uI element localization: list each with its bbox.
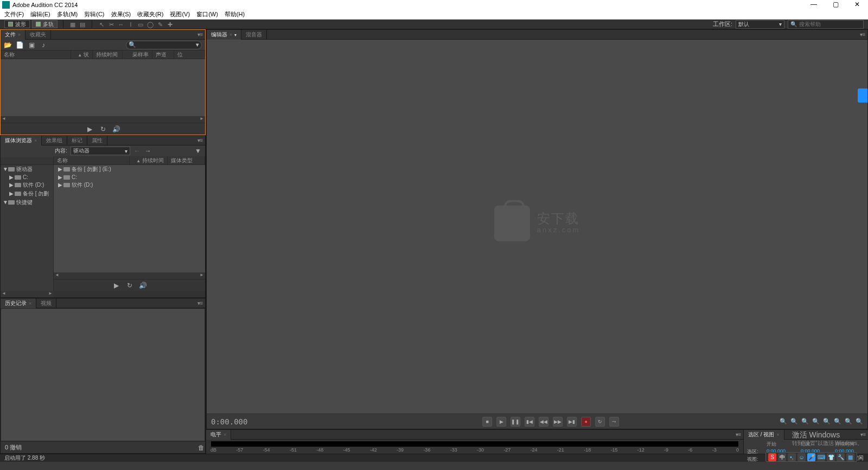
sogou-icon[interactable]: S: [768, 453, 776, 461]
chevron-down-icon[interactable]: ▾: [196, 41, 199, 48]
tab-markers[interactable]: 标记: [67, 136, 87, 145]
tab-editor[interactable]: 编辑器×▾: [207, 30, 241, 40]
col-media-type[interactable]: 媒体类型: [168, 156, 205, 164]
workspace-dropdown[interactable]: 默认▾: [736, 20, 784, 29]
ime-keyboard-icon[interactable]: ⌨: [817, 453, 825, 461]
ime-skin-icon[interactable]: 👕: [827, 453, 835, 461]
waveform-view-button[interactable]: 波形: [4, 20, 30, 28]
filter-icon[interactable]: ▼: [194, 147, 202, 155]
ime-toolbox-icon[interactable]: 🔧: [837, 453, 845, 461]
col-name[interactable]: 名称: [54, 156, 130, 164]
marquee-icon[interactable]: ▭: [137, 21, 144, 28]
menu-file[interactable]: 文件(F): [4, 10, 24, 18]
menu-clip[interactable]: 剪辑(C): [84, 10, 104, 18]
content-dropdown[interactable]: 驱动器▾: [71, 147, 130, 155]
multitrack-view-button[interactable]: 多轨: [32, 20, 58, 28]
prev-button[interactable]: ▮◀: [525, 417, 534, 427]
stop-button[interactable]: ■: [482, 417, 492, 427]
horizontal-scrollbar[interactable]: [1, 116, 205, 123]
time-select-icon[interactable]: I: [127, 21, 135, 28]
open-file-icon[interactable]: 📂: [4, 41, 11, 49]
col-channels[interactable]: 声道: [152, 50, 174, 59]
menu-help[interactable]: 帮助(H): [225, 10, 245, 18]
tab-media-browser[interactable]: 媒体浏览器×: [1, 136, 42, 145]
chevron-down-icon[interactable]: ▾: [234, 33, 237, 37]
close-icon[interactable]: ×: [34, 138, 37, 143]
ime-chinese-icon[interactable]: 中: [778, 453, 786, 461]
brush-icon[interactable]: ✎: [156, 21, 164, 28]
slip-tool-icon[interactable]: ↔: [117, 21, 125, 28]
tab-history[interactable]: 历史记录×: [1, 298, 36, 308]
tab-levels[interactable]: 电平×: [206, 430, 231, 440]
close-icon[interactable]: ×: [229, 32, 232, 37]
autoplay-icon[interactable]: 🔊: [139, 282, 146, 289]
play-button[interactable]: ▶: [496, 417, 506, 427]
col-bit[interactable]: 位: [174, 50, 205, 59]
tree-item[interactable]: ▶备份 [ 勿删: [1, 189, 53, 198]
menu-window[interactable]: 窗口(W): [196, 10, 218, 18]
maximize-button[interactable]: ▢: [825, 0, 846, 10]
rewind-button[interactable]: ◀◀: [539, 417, 548, 427]
tab-video[interactable]: 视频: [36, 298, 56, 308]
panel-menu-icon[interactable]: ▾≡: [195, 300, 205, 306]
menu-edit[interactable]: 编辑(E): [30, 10, 50, 18]
ffwd-button[interactable]: ▶▶: [553, 417, 563, 427]
list-item[interactable]: ▶备份 [ 勿删 ] (E:): [54, 165, 205, 174]
close-icon[interactable]: ×: [776, 432, 779, 437]
tab-effects-rack[interactable]: 效果组: [42, 136, 67, 145]
heal-icon[interactable]: ✚: [166, 21, 174, 28]
help-search-input[interactable]: 🔍搜索帮助: [788, 20, 864, 29]
forward-icon[interactable]: →: [144, 147, 152, 155]
next-button[interactable]: ▶▮: [567, 417, 577, 427]
skip-selection-button[interactable]: ⤳: [609, 417, 619, 427]
trash-icon[interactable]: 🗑: [197, 444, 205, 452]
record-button[interactable]: ●: [581, 417, 591, 427]
tab-mixer[interactable]: 混音器: [241, 30, 267, 40]
panel-menu-icon[interactable]: ▾≡: [195, 137, 205, 143]
tree-item[interactable]: ▼驱动器: [1, 165, 53, 174]
loop-icon[interactable]: ↻: [126, 282, 133, 289]
autoplay-icon[interactable]: 🔊: [112, 125, 120, 133]
zoom-out-v-icon[interactable]: 🔍: [834, 418, 841, 425]
panel-menu-icon[interactable]: ▾≡: [733, 431, 743, 437]
ime-menu-icon[interactable]: ▦: [846, 453, 854, 461]
col-sample-rate[interactable]: 采样率: [123, 50, 152, 59]
zoom-selection-icon[interactable]: 🔍: [812, 418, 820, 425]
spectral-freq-icon[interactable]: ▦: [69, 21, 76, 28]
col-status[interactable]: ▲ 状态: [71, 50, 93, 59]
timecode-display[interactable]: 0:00.000: [211, 417, 247, 426]
tree-item[interactable]: ▶C:: [1, 174, 53, 181]
play-icon[interactable]: ▶: [86, 125, 94, 133]
ime-smile-icon[interactable]: ☺: [797, 453, 806, 461]
col-name[interactable]: 名称: [1, 50, 71, 59]
zoom-in-point-icon[interactable]: 🔍: [845, 418, 852, 425]
zoom-in-icon[interactable]: 🔍: [780, 418, 787, 425]
list-item[interactable]: ▶软件 (D:): [54, 181, 205, 189]
lasso-icon[interactable]: ◯: [146, 21, 154, 28]
panel-menu-icon[interactable]: ▾≡: [858, 31, 867, 37]
close-button[interactable]: ✕: [846, 0, 868, 10]
menu-effects[interactable]: 效果(S): [111, 10, 131, 18]
tab-files[interactable]: 文件×: [1, 30, 25, 40]
back-icon[interactable]: ←: [133, 147, 141, 155]
tab-selection-view[interactable]: 选区 / 视图×: [744, 430, 784, 440]
list-item[interactable]: ▶C:: [54, 174, 205, 181]
razor-tool-icon[interactable]: ✂: [107, 21, 115, 28]
menu-view[interactable]: 视图(V): [170, 10, 190, 18]
zoom-out-point-icon[interactable]: 🔍: [856, 418, 863, 425]
close-icon[interactable]: ×: [224, 432, 226, 437]
loop-button[interactable]: ↻: [595, 417, 605, 427]
zoom-full-icon[interactable]: 🔍: [801, 418, 809, 425]
close-icon[interactable]: ×: [18, 32, 21, 37]
tree-item[interactable]: ▼快捷键: [1, 198, 53, 207]
new-multitrack-icon[interactable]: ▣: [28, 41, 35, 49]
files-search-input[interactable]: 🔍▾: [126, 41, 202, 49]
horizontal-scrollbar[interactable]: [54, 272, 205, 279]
horizontal-scrollbar[interactable]: [1, 291, 54, 297]
import-icon[interactable]: 📄: [16, 41, 23, 49]
side-ribbon-icon[interactable]: [858, 88, 867, 103]
tree-item[interactable]: ▶软件 (D:): [1, 181, 53, 189]
spectral-pitch-icon[interactable]: ▤: [79, 21, 86, 28]
zoom-out-icon[interactable]: 🔍: [790, 418, 798, 425]
close-icon[interactable]: ×: [29, 301, 31, 306]
